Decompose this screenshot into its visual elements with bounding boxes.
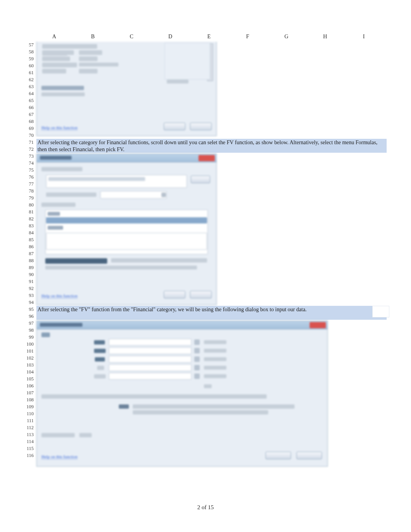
row-header[interactable]: 64 <box>22 90 35 97</box>
list-item-selected[interactable] <box>46 217 207 223</box>
row-header[interactable]: 102 <box>22 355 35 361</box>
page-footer: 2 of 15 <box>0 504 411 511</box>
cancel-button[interactable] <box>296 452 322 459</box>
help-link[interactable]: Help on this function <box>41 125 77 130</box>
chevron-down-icon <box>161 193 166 197</box>
category-select[interactable] <box>100 191 167 199</box>
row-header[interactable]: 103 <box>22 361 35 368</box>
row-header[interactable]: 78 <box>22 188 35 194</box>
row-header[interactable]: 62 <box>22 76 35 83</box>
dialog-function-arguments: Help on this function <box>36 321 328 467</box>
page-number: 2 of 15 <box>197 504 214 510</box>
row-header[interactable]: 97 <box>22 320 35 327</box>
ok-button[interactable] <box>164 123 185 130</box>
ok-button[interactable] <box>164 291 185 298</box>
row-header[interactable]: 108 <box>22 396 35 403</box>
row-header[interactable]: 107 <box>22 389 35 396</box>
row-header[interactable]: 58 <box>22 48 35 55</box>
go-button[interactable] <box>191 176 210 183</box>
help-link[interactable]: Help on this function <box>41 293 77 298</box>
pmt-input[interactable] <box>109 356 192 363</box>
row-header[interactable]: 75 <box>22 167 35 174</box>
row-header[interactable]: 111 <box>22 417 35 424</box>
close-icon[interactable] <box>310 322 326 328</box>
row-header[interactable]: 114 <box>22 438 35 445</box>
row-header[interactable]: 91 <box>22 278 35 285</box>
row-header[interactable]: 99 <box>22 334 35 341</box>
row-header[interactable]: 90 <box>22 271 35 278</box>
col-header-f[interactable]: F <box>228 34 267 41</box>
row-header[interactable]: 59 <box>22 55 35 62</box>
row-header[interactable]: 66 <box>22 104 35 111</box>
row-header[interactable]: 72 <box>22 146 35 153</box>
row-header[interactable]: 73 <box>22 153 35 160</box>
row-header[interactable]: 100 <box>22 341 35 348</box>
row-header[interactable]: 81 <box>22 208 35 215</box>
row-header[interactable]: 93 <box>22 292 35 299</box>
row-header[interactable]: 84 <box>22 229 35 236</box>
row-header[interactable]: 113 <box>22 431 35 438</box>
row-header[interactable]: 96 <box>22 313 35 320</box>
row-header[interactable]: 106 <box>22 382 35 389</box>
row-header[interactable]: 77 <box>22 181 35 188</box>
col-header-g[interactable]: G <box>267 34 306 41</box>
col-header-c[interactable]: C <box>112 34 151 41</box>
row-header[interactable]: 87 <box>22 250 35 257</box>
row-header[interactable]: 60 <box>22 62 35 69</box>
ref-picker-icon[interactable] <box>194 356 200 362</box>
help-link[interactable]: Help on this function <box>41 454 77 459</box>
row-header[interactable]: 63 <box>22 83 35 90</box>
row-header[interactable]: 79 <box>22 194 35 201</box>
row-header[interactable]: 94 <box>22 299 35 306</box>
row-header[interactable]: 83 <box>22 222 35 229</box>
ref-picker-icon[interactable] <box>194 373 200 379</box>
row-header[interactable]: 89 <box>22 264 35 271</box>
dialog-titlebar <box>37 154 216 162</box>
row-header[interactable]: 76 <box>22 174 35 181</box>
col-header-a[interactable]: A <box>35 34 74 41</box>
row-header[interactable]: 74 <box>22 160 35 167</box>
nper-input[interactable] <box>109 347 192 354</box>
col-header-d[interactable]: D <box>151 34 190 41</box>
row-headers: 5758596061626364656667686970717273747576… <box>22 41 35 459</box>
row-header[interactable]: 61 <box>22 69 35 76</box>
cancel-button[interactable] <box>190 291 212 298</box>
row-header[interactable]: 101 <box>22 348 35 355</box>
row-header[interactable]: 68 <box>22 118 35 125</box>
row-header[interactable]: 92 <box>22 285 35 292</box>
row-header[interactable]: 110 <box>22 410 35 417</box>
instruction-text-1: After selecting the category for Financi… <box>36 139 387 153</box>
row-header[interactable]: 105 <box>22 375 35 382</box>
ref-picker-icon[interactable] <box>194 365 200 370</box>
row-header[interactable]: 109 <box>22 403 35 410</box>
row-header[interactable]: 80 <box>22 201 35 208</box>
row-header[interactable]: 98 <box>22 327 35 334</box>
row-header[interactable]: 95 <box>22 306 35 313</box>
row-header[interactable]: 67 <box>22 111 35 118</box>
ref-picker-icon[interactable] <box>194 339 200 345</box>
row-header[interactable]: 82 <box>22 215 35 222</box>
row-header[interactable]: 86 <box>22 243 35 250</box>
ok-button[interactable] <box>265 452 291 459</box>
row-header[interactable]: 104 <box>22 368 35 375</box>
cancel-button[interactable] <box>190 123 212 130</box>
row-header[interactable]: 115 <box>22 445 35 452</box>
col-header-b[interactable]: B <box>74 34 112 41</box>
row-header[interactable]: 71 <box>22 139 35 146</box>
row-header[interactable]: 112 <box>22 424 35 431</box>
type-input[interactable] <box>109 373 192 380</box>
pv-input[interactable] <box>109 364 192 371</box>
row-header[interactable]: 65 <box>22 97 35 104</box>
col-header-i[interactable]: I <box>344 34 383 41</box>
rate-input[interactable] <box>109 339 192 346</box>
close-icon[interactable] <box>199 155 215 161</box>
row-header[interactable]: 85 <box>22 236 35 243</box>
row-header[interactable]: 88 <box>22 257 35 264</box>
col-header-h[interactable]: H <box>306 34 344 41</box>
row-header[interactable]: 70 <box>22 132 35 139</box>
ref-picker-icon[interactable] <box>194 348 200 353</box>
col-header-e[interactable]: E <box>190 34 228 41</box>
row-header[interactable]: 116 <box>22 452 35 459</box>
row-header[interactable]: 69 <box>22 125 35 132</box>
row-header[interactable]: 57 <box>22 41 35 48</box>
